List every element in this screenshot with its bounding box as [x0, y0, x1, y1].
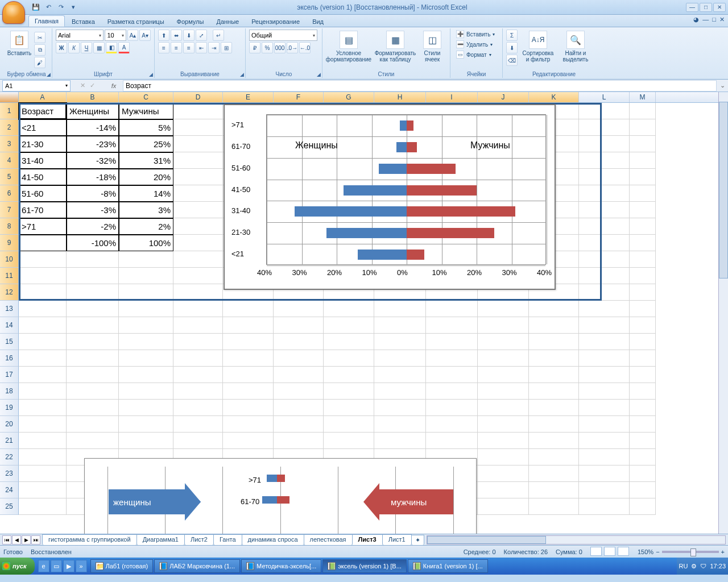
normal-view-button[interactable] — [590, 547, 602, 556]
cell[interactable] — [478, 498, 529, 515]
cell[interactable] — [374, 416, 426, 433]
quicklaunch-media-icon[interactable]: ▶ — [63, 560, 75, 572]
clear-button[interactable]: ⌫ — [506, 55, 518, 66]
row-header[interactable]: 6 — [0, 185, 19, 202]
cell[interactable]: 2% — [119, 218, 173, 235]
align-left-button[interactable]: ≡ — [158, 42, 169, 53]
cell[interactable] — [223, 334, 274, 350]
underline-button[interactable]: Ч — [81, 42, 92, 53]
cell[interactable] — [324, 400, 374, 416]
cell[interactable] — [173, 268, 223, 284]
enter-formula-icon[interactable]: ✓ — [90, 82, 95, 89]
taskbar-item[interactable]: 📗Книга1 (version 1) [... — [408, 559, 488, 573]
cell[interactable] — [19, 482, 67, 498]
row-header[interactable]: 3 — [0, 136, 19, 152]
sheet-tab[interactable]: Лист3 — [352, 534, 383, 545]
cut-button[interactable]: ✂ — [34, 32, 46, 43]
cell[interactable] — [579, 268, 630, 284]
cell[interactable] — [426, 334, 478, 350]
cell[interactable] — [19, 400, 67, 416]
cell[interactable] — [119, 334, 173, 350]
cell[interactable] — [426, 383, 478, 400]
cell[interactable] — [67, 383, 119, 400]
cell[interactable] — [579, 498, 630, 515]
format-as-table-button[interactable]: ▦Форматировать как таблицу — [373, 30, 418, 64]
cell[interactable] — [579, 119, 630, 136]
column-header[interactable]: F — [274, 92, 324, 102]
save-icon[interactable]: 💾 — [31, 2, 41, 13]
row-header[interactable]: 17 — [0, 367, 19, 383]
font-color-button[interactable]: A — [118, 42, 130, 53]
expand-formula-icon[interactable]: ⌄ — [717, 82, 728, 89]
cell[interactable] — [579, 301, 630, 317]
copy-button[interactable]: ⧉ — [34, 44, 46, 56]
cell[interactable]: -8% — [67, 185, 119, 202]
cell[interactable] — [223, 433, 274, 449]
column-header[interactable]: L — [579, 92, 630, 102]
zoom-level[interactable]: 150% — [638, 548, 653, 555]
row-header[interactable]: 21 — [0, 433, 19, 449]
tray-icon[interactable]: ⚙ — [691, 563, 697, 570]
row-header[interactable]: 11 — [0, 268, 19, 284]
column-header[interactable]: A — [19, 92, 67, 102]
cell[interactable] — [478, 317, 529, 334]
cell[interactable] — [173, 301, 223, 317]
cell[interactable] — [529, 449, 579, 465]
cell[interactable] — [67, 317, 119, 334]
cell[interactable]: >71 — [19, 218, 67, 235]
cell[interactable] — [324, 367, 374, 383]
next-sheet-button[interactable]: ▶ — [22, 535, 31, 544]
cell[interactable] — [19, 268, 67, 284]
cell[interactable]: 25% — [119, 136, 173, 152]
cell[interactable] — [579, 482, 630, 498]
grow-font-button[interactable]: A▴ — [127, 30, 139, 41]
cell[interactable] — [324, 433, 374, 449]
cell[interactable] — [173, 202, 223, 218]
cell[interactable] — [630, 449, 656, 465]
cell[interactable] — [119, 268, 173, 284]
cell[interactable] — [324, 301, 374, 317]
cell-styles-button[interactable]: ◫Стили ячеек — [419, 30, 445, 64]
comma-button[interactable]: 000 — [274, 42, 286, 53]
increase-decimal-button[interactable]: .0→ — [287, 42, 298, 53]
number-format-combo[interactable]: Общий▾ — [249, 30, 317, 41]
cell[interactable] — [173, 103, 223, 119]
cell[interactable] — [374, 334, 426, 350]
cell[interactable]: -100% — [67, 235, 119, 251]
cell[interactable] — [119, 416, 173, 433]
cell[interactable] — [529, 334, 579, 350]
cell[interactable] — [579, 185, 630, 202]
cell[interactable] — [173, 251, 223, 268]
bold-button[interactable]: Ж — [56, 42, 67, 53]
sort-filter-button[interactable]: A↓ЯСортировка и фильтр — [520, 30, 556, 66]
minimize-button[interactable]: — — [686, 3, 698, 12]
cell[interactable]: Возраст — [19, 103, 67, 119]
cell[interactable] — [630, 416, 656, 433]
align-bottom-button[interactable]: ⬇ — [183, 30, 195, 41]
increase-indent-button[interactable]: ⇥ — [208, 42, 220, 53]
cell[interactable] — [173, 350, 223, 367]
cell[interactable] — [529, 383, 579, 400]
sheet-tab[interactable]: лепестковая — [304, 534, 353, 545]
cell[interactable] — [529, 465, 579, 482]
cell[interactable] — [579, 433, 630, 449]
paste-button[interactable]: 📋 Вставить — [5, 30, 34, 68]
column-header[interactable]: I — [426, 92, 478, 102]
align-middle-button[interactable]: ⬌ — [171, 30, 182, 41]
cell[interactable] — [19, 383, 67, 400]
ribbon-tab-4[interactable]: Данные — [210, 16, 245, 27]
cell[interactable] — [529, 317, 579, 334]
sheet-tab[interactable]: Лист1 — [382, 534, 412, 545]
ribbon-tab-3[interactable]: Формулы — [171, 16, 210, 27]
cell[interactable]: 14% — [119, 185, 173, 202]
cell[interactable] — [67, 284, 119, 301]
cell[interactable] — [579, 251, 630, 268]
fx-icon[interactable]: fx — [108, 82, 119, 89]
cell[interactable] — [274, 433, 324, 449]
shrink-font-button[interactable]: A▾ — [139, 30, 151, 41]
cell[interactable] — [529, 350, 579, 367]
cell[interactable] — [426, 350, 478, 367]
cell[interactable]: -32% — [67, 152, 119, 169]
taskbar-item[interactable]: 📗эксель (version 1) [В... — [322, 559, 407, 573]
cell[interactable] — [630, 334, 656, 350]
